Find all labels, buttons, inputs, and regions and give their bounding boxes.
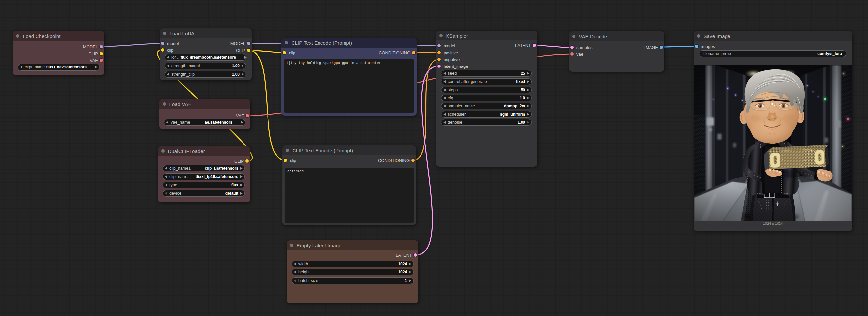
sampler-name-widget[interactable]: sampler_namedpmpp_2m	[441, 103, 532, 109]
strength-model-widget[interactable]: strength_model1.00	[164, 62, 246, 69]
output-clip-dot[interactable]	[247, 49, 250, 52]
decrement-arrow-icon[interactable]	[165, 184, 167, 186]
input-positive-dot[interactable]	[437, 51, 441, 54]
seed-widget[interactable]: seed25	[441, 70, 532, 77]
node-save-image-header[interactable]: Save Image	[693, 31, 852, 41]
input-clip-dot[interactable]	[283, 51, 286, 54]
node-load-lora-header[interactable]: Load LoRA	[160, 28, 252, 38]
width-widget[interactable]: width1024	[291, 261, 413, 267]
node-status-icon[interactable]	[16, 34, 20, 37]
decrement-arrow-icon[interactable]	[294, 270, 296, 273]
increment-arrow-icon[interactable]	[240, 167, 243, 170]
decrement-arrow-icon[interactable]	[165, 167, 167, 170]
input-latent-image-dot[interactable]	[437, 64, 441, 68]
input-model-dot[interactable]	[437, 44, 441, 48]
output-clip-dot[interactable]	[100, 52, 103, 55]
decrement-arrow-icon[interactable]	[165, 175, 167, 178]
node-ksampler-header[interactable]: KSampler	[436, 31, 537, 40]
node-load-lora[interactable]: Load LoRAmodelclipMODELCLIPlor ...flux_d…	[160, 28, 252, 80]
node-vae-decode-header[interactable]: VAE Decode	[569, 31, 664, 41]
increment-arrow-icon[interactable]	[409, 263, 411, 265]
decrement-arrow-icon[interactable]	[20, 66, 22, 68]
increment-arrow-icon[interactable]	[240, 175, 243, 178]
node-status-icon[interactable]	[572, 34, 576, 38]
vae-name-widget[interactable]: vae_nameae.safetensors	[164, 119, 245, 126]
output-model-dot[interactable]	[247, 42, 250, 45]
node-load-checkpoint-header[interactable]: Load Checkpoint	[13, 31, 104, 41]
increment-arrow-icon[interactable]	[409, 280, 411, 282]
increment-arrow-icon[interactable]	[527, 80, 529, 83]
node-status-icon[interactable]	[285, 41, 288, 45]
strength-clip-widget[interactable]: strength_clip1.00	[164, 71, 246, 78]
input-clip-dot[interactable]	[284, 159, 287, 162]
control-after-generate-widget[interactable]: control after generatefixed	[441, 78, 532, 85]
node-load-vae-header[interactable]: Load VAE	[159, 99, 250, 109]
decrement-arrow-icon[interactable]	[443, 113, 445, 116]
increment-arrow-icon[interactable]	[527, 105, 529, 107]
node-vae-decode[interactable]: VAE DecodesamplesvaeIMAGE	[569, 31, 664, 72]
output-conditioning-dot[interactable]	[411, 159, 414, 162]
scheduler-widget[interactable]: schedulersgm_uniform	[441, 111, 532, 117]
decrement-arrow-icon[interactable]	[443, 97, 445, 99]
node-status-icon[interactable]	[162, 103, 166, 106]
decrement-arrow-icon[interactable]	[167, 73, 169, 76]
node-status-icon[interactable]	[161, 149, 164, 153]
decrement-arrow-icon[interactable]	[294, 280, 296, 282]
decrement-arrow-icon[interactable]	[294, 263, 296, 265]
output-image-dot[interactable]	[660, 46, 663, 49]
node-load-vae[interactable]: Load VAEVAEvae_nameae.safetensors	[159, 99, 250, 130]
node-ksampler[interactable]: KSamplermodelpositivenegativelatent_imag…	[436, 31, 537, 167]
increment-arrow-icon[interactable]	[241, 121, 243, 124]
node-status-icon[interactable]	[290, 243, 293, 247]
decrement-arrow-icon[interactable]	[443, 121, 445, 124]
clip-name1-widget[interactable]: clip_name1clip_l.safetensors	[162, 165, 245, 172]
increment-arrow-icon[interactable]	[527, 97, 529, 99]
prompt-textarea[interactable]: tjtoy toy holding sparkgpu gpu in a data…	[284, 59, 414, 113]
input-model-dot[interactable]	[161, 42, 164, 45]
increment-arrow-icon[interactable]	[242, 73, 244, 76]
node-status-icon[interactable]	[163, 32, 166, 35]
node-status-icon[interactable]	[286, 149, 289, 152]
decrement-arrow-icon[interactable]	[443, 89, 445, 91]
node-clip-text-encode-negative[interactable]: CLIP Text Encode (Prompt)clipCONDITIONIN…	[282, 145, 416, 225]
node-clip-text-encode-positive[interactable]: CLIP Text Encode (Prompt)clipCONDITIONIN…	[281, 38, 416, 116]
output-clip-dot[interactable]	[245, 159, 249, 163]
increment-arrow-icon[interactable]	[240, 192, 243, 195]
device-widget[interactable]: devicedefault	[162, 190, 245, 197]
decrement-arrow-icon[interactable]	[167, 64, 169, 67]
node-status-icon[interactable]	[439, 34, 442, 37]
node-empty-latent-image[interactable]: Empty Latent ImageLATENTwidth1024height1…	[287, 240, 418, 303]
increment-arrow-icon[interactable]	[245, 56, 247, 59]
output-latent-dot[interactable]	[413, 254, 417, 257]
node-dual-clip-loader[interactable]: DualCLIPLoaderCLIPclip_name1clip_l.safet…	[158, 146, 250, 202]
output-latent-dot[interactable]	[533, 44, 536, 47]
output-vae-dot[interactable]	[100, 59, 103, 62]
output-conditioning-dot[interactable]	[412, 51, 415, 54]
node-status-icon[interactable]	[697, 34, 700, 37]
input-negative-dot[interactable]	[437, 58, 441, 61]
increment-arrow-icon[interactable]	[240, 184, 243, 186]
filename-prefix-widget[interactable]: filename_prefixcomfyui_lora	[699, 50, 846, 57]
denoise-widget[interactable]: denoise1.00	[441, 119, 532, 126]
height-widget[interactable]: height1024	[291, 268, 413, 275]
node-clip-text-encode-positive-header[interactable]: CLIP Text Encode (Prompt)	[281, 38, 416, 48]
prompt-textarea[interactable]: deformed	[285, 168, 413, 223]
ckpt-name-widget[interactable]: ckpt_nameflux1-dev.safetensors	[18, 63, 100, 71]
graph-canvas[interactable]: Load CheckpointMODELCLIPVAEckpt_nameflux…	[0, 0, 868, 316]
decrement-arrow-icon[interactable]	[167, 56, 169, 59]
input-images-dot[interactable]	[695, 45, 698, 48]
steps-widget[interactable]: steps50	[441, 87, 532, 93]
increment-arrow-icon[interactable]	[95, 66, 97, 68]
increment-arrow-icon[interactable]	[527, 113, 529, 116]
output-vae-dot[interactable]	[246, 114, 249, 117]
input-clip-dot[interactable]	[161, 48, 164, 52]
node-empty-latent-image-header[interactable]: Empty Latent Image	[287, 240, 418, 250]
cfg-widget[interactable]: cfg1.0	[441, 95, 532, 102]
increment-arrow-icon[interactable]	[527, 121, 529, 124]
input-vae-dot[interactable]	[570, 52, 574, 56]
decrement-arrow-icon[interactable]	[443, 72, 445, 75]
decrement-arrow-icon[interactable]	[443, 105, 445, 107]
decrement-arrow-icon[interactable]	[166, 121, 168, 124]
node-clip-text-encode-negative-header[interactable]: CLIP Text Encode (Prompt)	[282, 145, 416, 155]
clip-name2-widget[interactable]: clip_nam ...t5xxl_fp16.safetensors	[162, 173, 245, 180]
